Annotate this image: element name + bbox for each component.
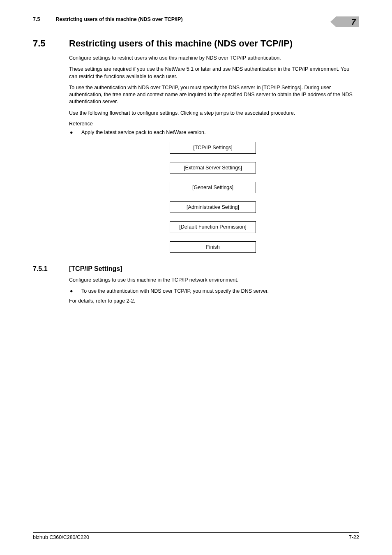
flow-step-external-server[interactable]: [External Server Settings] bbox=[170, 162, 256, 173]
flow-step-default-permission[interactable]: [Default Function Permission] bbox=[170, 221, 256, 233]
header-section-title: Restricting users of this machine (NDS o… bbox=[55, 16, 182, 22]
bullet-icon: ● bbox=[69, 288, 81, 295]
heading-1-num: 7.5 bbox=[33, 38, 69, 49]
header-section-num: 7.5 bbox=[33, 16, 54, 22]
flow-connector bbox=[170, 193, 256, 201]
paragraph: For details, refer to page 2-2. bbox=[69, 298, 357, 305]
flow-connector bbox=[170, 233, 256, 241]
heading-1: 7.5 Restricting users of this machine (N… bbox=[33, 38, 359, 49]
heading-1-title: Restricting users of this machine (NDS o… bbox=[69, 38, 293, 49]
bullet-text: To use the authentication with NDS over … bbox=[81, 288, 269, 295]
flow-step-finish: Finish bbox=[170, 241, 256, 253]
flow-connector bbox=[170, 154, 256, 162]
reference-label: Reference bbox=[69, 121, 357, 127]
paragraph: These settings are required if you use t… bbox=[69, 66, 357, 80]
paragraph: Configure settings to restrict users who… bbox=[69, 55, 357, 62]
flow-connector bbox=[170, 213, 256, 221]
chapter-flag: 7 bbox=[336, 16, 359, 27]
paragraph: To use the authentication with NDS over … bbox=[69, 84, 357, 106]
bullet-item: ● To use the authentication with NDS ove… bbox=[69, 288, 357, 295]
paragraph: Configure settings to use this machine i… bbox=[69, 277, 357, 284]
running-header: 7.5 Restricting users of this machine (N… bbox=[33, 16, 359, 29]
chapter-number: 7 bbox=[351, 17, 356, 27]
page-footer: bizhub C360/C280/C220 7-22 bbox=[33, 532, 359, 540]
header-left: 7.5 Restricting users of this machine (N… bbox=[33, 16, 183, 22]
flow-step-administrative[interactable]: [Administrative Setting] bbox=[170, 201, 256, 213]
heading-2: 7.5.1 [TCP/IP Settings] bbox=[33, 265, 359, 273]
heading-2-title: [TCP/IP Settings] bbox=[69, 265, 122, 273]
bullet-text: Apply the latest service pack to each Ne… bbox=[81, 129, 205, 136]
bullet-item: ● Apply the latest service pack to each … bbox=[69, 129, 357, 136]
heading-2-num: 7.5.1 bbox=[33, 265, 69, 273]
flow-step-tcpip[interactable]: [TCP/IP Settings] bbox=[170, 142, 256, 153]
footer-page-num: 7-22 bbox=[349, 534, 359, 540]
bullet-icon: ● bbox=[69, 129, 81, 136]
flow-connector bbox=[170, 173, 256, 182]
footer-model: bizhub C360/C280/C220 bbox=[33, 534, 89, 540]
paragraph: Use the following flowchart to configure… bbox=[69, 110, 357, 117]
flow-step-general[interactable]: [General Settings] bbox=[170, 182, 256, 193]
flowchart: [TCP/IP Settings] [External Server Setti… bbox=[170, 142, 256, 253]
